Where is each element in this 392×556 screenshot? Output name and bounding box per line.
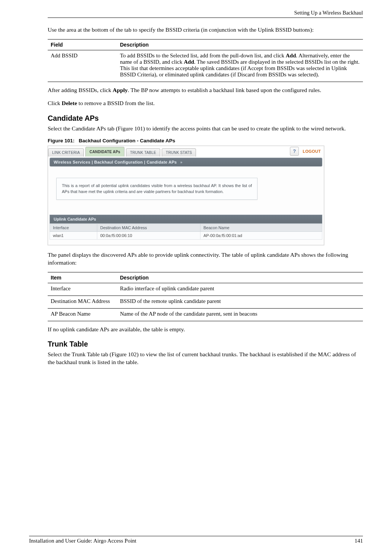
uplink-candidate-table: Interface Destination MAC Address Beacon… — [50, 224, 322, 240]
candidate-after-paragraph: The panel displays the discovered APs ab… — [48, 251, 363, 267]
tab-link-criteria[interactable]: LINK CRITERIA — [48, 148, 84, 157]
candidate-heading: Candidate APs — [48, 114, 363, 123]
screenshot-ui: LINK CRITERIA CANDIDATE APs TRUNK TABLE … — [48, 146, 324, 245]
running-header: Setting Up a Wireless Backhaul — [48, 10, 363, 16]
table-row: AP Beacon Name Name of the AP node of th… — [48, 308, 363, 321]
col-description: Description — [117, 39, 363, 50]
table-row: Interface Radio interface of uplink cand… — [48, 283, 363, 296]
figure-caption: Figure 101: Backhaul Configuration - Can… — [48, 138, 363, 143]
help-icon[interactable]: ? — [290, 147, 299, 156]
delete-paragraph: Click Delete to remove a BSSID from the … — [48, 99, 363, 107]
header-rule — [48, 18, 363, 18]
page-footer: Installation and User Guide: Airgo Acces… — [29, 536, 363, 544]
candidate-intro: Select the Candidate APs tab (Figure 101… — [48, 125, 363, 133]
description-box: This is a report of all potential uplink… — [56, 178, 257, 200]
col-item: Item — [48, 272, 117, 283]
page-number: 141 — [355, 538, 363, 544]
trunk-heading: Trunk Table — [48, 340, 363, 348]
item-desc-table: Item Description Interface Radio interfa… — [48, 272, 363, 321]
uplink-section-title: Uplink Candidate APs — [50, 215, 322, 224]
tab-bar: LINK CRITERIA CANDIDATE APs TRUNK TABLE … — [48, 146, 324, 157]
tab-candidate-aps[interactable]: CANDIDATE APs — [85, 147, 124, 157]
tab-trunk-table[interactable]: TRUNK TABLE — [126, 148, 160, 157]
trunk-intro-paragraph: Select the Trunk Table tab (Figure 102) … — [48, 351, 363, 366]
col-interface: Interface — [50, 224, 97, 231]
tab-trunk-stats[interactable]: TRUNK STATS — [162, 148, 196, 157]
table-row: wlan1 00:0a:f5:00:06:10 AP-00:0a:f5:00:0… — [50, 231, 322, 239]
col-dest-mac: Destination MAC Address — [97, 224, 200, 231]
col-beacon-name: Beacon Name — [200, 224, 322, 231]
apply-paragraph: After adding BSSIDs, click Apply. The BP… — [48, 86, 363, 94]
col-description: Description — [117, 272, 363, 283]
no-uplink-paragraph: If no uplink candidate APs are available… — [48, 326, 363, 334]
intro-paragraph: Use the area at the bottom of the tab to… — [48, 26, 363, 34]
field-name: Add BSSID — [48, 50, 117, 82]
logout-link[interactable]: LOGOUT — [303, 149, 321, 154]
footer-title: Installation and User Guide: Airgo Acces… — [29, 538, 136, 544]
table-row: Destination MAC Address BSSID of the rem… — [48, 296, 363, 308]
field-description: To add BSSIDs to the Selected list, add … — [117, 50, 363, 82]
breadcrumb: Wireless Services | Backhaul Configurati… — [50, 158, 322, 167]
col-field: Field — [48, 39, 117, 50]
bssid-field-table: Field Description Add BSSID To add BSSID… — [48, 39, 363, 82]
